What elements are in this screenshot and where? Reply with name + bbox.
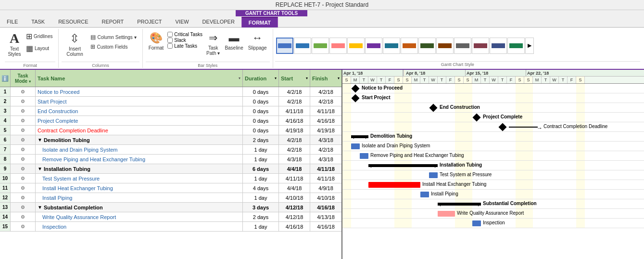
table-row: 6 ⚙ ▼ Demolition Tubing 2 days 4/2/18 4/… bbox=[0, 135, 341, 145]
gantt-style-6[interactable] bbox=[365, 38, 382, 54]
layout-icon: ▦ bbox=[26, 44, 33, 53]
task-path-icon: ⇒ bbox=[209, 32, 217, 44]
gantt-row: Project Complete bbox=[342, 113, 644, 122]
custom-fields-button[interactable]: ⊞ Custom Fields bbox=[88, 42, 138, 51]
gantt-row: Inspection bbox=[342, 219, 644, 228]
bar-styles-group-label: Bar Styles bbox=[146, 62, 270, 68]
gridlines-button[interactable]: ⊞ Gridlines bbox=[24, 31, 54, 42]
tab-developer[interactable]: DEVELOPER bbox=[196, 17, 241, 27]
week-label-1: Apr 1, '18 bbox=[342, 70, 403, 76]
format-group-label: Format bbox=[5, 62, 55, 68]
table-row: 9 ⚙ ▼ Installation Tubing 6 days 4/4/18 … bbox=[0, 164, 341, 174]
table-row: 2 ⚙ Start Project 0 days 4/2/18 4/2/18 bbox=[0, 97, 341, 106]
gantt-row: Demolition Tubing bbox=[342, 132, 644, 142]
gantt-row: End Construction bbox=[342, 103, 644, 113]
tab-report[interactable]: REPORT bbox=[95, 17, 131, 27]
layout-button[interactable]: ▦ Layout bbox=[24, 43, 54, 54]
gantt-style-2[interactable] bbox=[294, 38, 311, 54]
gantt-style-label: Gantt Chart Style bbox=[275, 61, 640, 67]
table-row: 12 ⚙ Install Piping 1 day 4/10/18 4/10/1… bbox=[0, 193, 341, 203]
baseline-icon: ▬ bbox=[229, 32, 240, 44]
table-row: 10 ⚙ Test System at Pressure 1 day 4/11/… bbox=[0, 174, 341, 183]
gantt-tools-label: GANTT CHART TOOLS bbox=[236, 10, 307, 16]
custom-fields-icon: ⊞ bbox=[90, 43, 95, 50]
slippage-icon: ↔ bbox=[252, 32, 263, 44]
table-row: 3 ⚙ End Construction 0 days 4/11/18 4/11… bbox=[0, 106, 341, 116]
gantt-row: →Contract Completion Deadline bbox=[342, 122, 644, 132]
title-bar: REPLACE HET-7 - Project Standard bbox=[0, 0, 644, 10]
gantt-style-12[interactable] bbox=[472, 38, 489, 54]
table-row: 1 ⚙ Notice to Proceed 0 days 4/2/18 4/2/… bbox=[0, 87, 341, 97]
gantt-style-13[interactable] bbox=[490, 38, 507, 54]
table-row: 13 ⚙ ▼ Substantial Completion 3 days 4/1… bbox=[0, 203, 341, 212]
gantt-style-1[interactable] bbox=[276, 38, 293, 54]
week-label-4: Apr 22, '18 bbox=[526, 70, 587, 76]
text-styles-icon: A bbox=[10, 32, 19, 45]
critical-tasks-checkbox[interactable]: Critical Tasks bbox=[167, 32, 202, 37]
table-row: 14 ⚙ Write Quality Assurance Report 2 da… bbox=[0, 212, 341, 222]
task-table-body: 1 ⚙ Notice to Proceed 0 days 4/2/18 4/2/… bbox=[0, 87, 341, 259]
table-row: 7 ⚙ Isolate and Drain Piping System 1 da… bbox=[0, 145, 341, 155]
text-styles-button[interactable]: A TextStyles bbox=[6, 31, 23, 58]
tab-view[interactable]: VIEW bbox=[168, 17, 195, 27]
gantt-style-14[interactable] bbox=[507, 38, 525, 54]
late-tasks-checkbox[interactable]: Late Tasks bbox=[167, 43, 202, 49]
format-icon: 🎨 bbox=[150, 32, 163, 44]
gantt-row: Install Piping bbox=[342, 190, 644, 199]
gantt-style-3[interactable] bbox=[312, 38, 329, 54]
ribbon-group-bar-styles: 🎨 Format Critical Tasks Slack Late Tasks… bbox=[143, 29, 273, 68]
th-duration[interactable]: Duration ▾ bbox=[243, 70, 279, 87]
gantt-row: Write Quality Assurance Report bbox=[342, 209, 644, 219]
gantt-style-10[interactable] bbox=[436, 38, 454, 54]
tab-project[interactable]: PROJECT bbox=[130, 17, 168, 27]
slack-checkbox[interactable]: Slack bbox=[167, 38, 202, 43]
gantt-style-4[interactable] bbox=[329, 38, 347, 54]
week-label-2: Apr 8, '18 bbox=[405, 70, 466, 76]
task-path-button[interactable]: ⇒ TaskPath ▾ bbox=[204, 31, 222, 57]
tab-resource[interactable]: RESOURCE bbox=[51, 17, 95, 27]
gantt-row: Substantial Completion bbox=[342, 199, 644, 209]
gantt-row: Notice to Proceed bbox=[342, 84, 644, 93]
gridlines-icon: ⊞ bbox=[26, 32, 32, 41]
gantt-row: Isolate and Drain Piping System bbox=[342, 142, 644, 151]
table-row: 8 ⚙ Remove Piping and Heat Exchanger Tub… bbox=[0, 155, 341, 164]
th-task-name[interactable]: Task Name ▾ bbox=[36, 70, 243, 87]
column-settings-button[interactable]: ▤ Column Settings ▾ bbox=[88, 33, 138, 41]
gantt-row: Start Project bbox=[342, 93, 644, 103]
gantt-row: Remove Piping and Heat Exchanger Tubing bbox=[342, 151, 644, 161]
gantt-style-8[interactable] bbox=[401, 38, 418, 54]
title-text: REPLACE HET-7 - Project Standard bbox=[276, 1, 368, 8]
tab-file[interactable]: FILE bbox=[0, 17, 25, 27]
tab-task[interactable]: TASK bbox=[25, 17, 51, 27]
gantt-style-9[interactable] bbox=[418, 38, 436, 54]
gantt-row: Test System at Pressure bbox=[342, 170, 644, 180]
tab-format[interactable]: FORMAT bbox=[241, 17, 278, 27]
table-row: 5 ⚙ Contract Completion Deadline 0 days … bbox=[0, 126, 341, 135]
table-row: 11 ⚙ Install Heat Exchanger Tubing 4 day… bbox=[0, 183, 341, 193]
th-info: ℹ️ bbox=[0, 70, 11, 87]
slippage-button[interactable]: ↔ Slippage bbox=[246, 31, 269, 57]
gantt-style-more[interactable]: ▶ bbox=[525, 38, 534, 54]
gantt-style-5[interactable] bbox=[347, 38, 365, 54]
insert-column-button[interactable]: ⇳ InsertColumn bbox=[63, 31, 87, 58]
columns-group-label: Columns bbox=[62, 62, 139, 68]
gantt-style-7[interactable] bbox=[383, 38, 400, 54]
insert-column-icon: ⇳ bbox=[70, 32, 79, 45]
gantt-row: Installation Tubing bbox=[342, 161, 644, 170]
table-row: 15 ⚙ Inspection 1 day 4/16/18 4/16/18 bbox=[0, 222, 341, 232]
ribbon-group-columns: ⇳ InsertColumn ▤ Column Settings ▾ ⊞ Cus… bbox=[59, 29, 142, 68]
column-settings-icon: ▤ bbox=[90, 34, 96, 40]
th-start[interactable]: Start ▾ bbox=[279, 70, 310, 87]
gantt-style-11[interactable] bbox=[454, 38, 471, 54]
ribbon-group-format: A TextStyles ⊞ Gridlines ▦ Layout Format bbox=[2, 29, 59, 68]
gantt-row: Install Heat Exchanger Tubing bbox=[342, 180, 644, 190]
format-button[interactable]: 🎨 Format bbox=[147, 31, 166, 52]
baseline-button[interactable]: ▬ Baseline bbox=[223, 31, 245, 57]
table-row: 4 ⚙ Project Complete 0 days 4/16/18 4/16… bbox=[0, 116, 341, 126]
week-label-3: Apr 15, '18 bbox=[466, 70, 526, 76]
gantt-chart-style-group: ▶ Gantt Chart Style bbox=[273, 29, 642, 68]
th-task-mode[interactable]: Task Mode ▾ bbox=[11, 70, 36, 87]
th-finish[interactable]: Finish ▾ bbox=[310, 70, 341, 87]
